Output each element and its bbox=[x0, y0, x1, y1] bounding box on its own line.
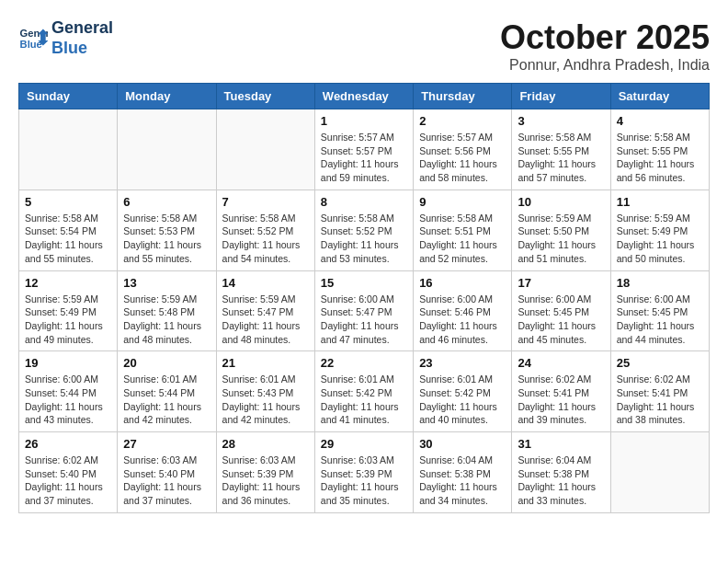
day-number: 19 bbox=[25, 356, 111, 370]
info-line: Sunrise: 6:01 AM bbox=[123, 373, 210, 386]
logo: General Blue General Blue bbox=[18, 18, 113, 58]
info-line: Sunrise: 6:00 AM bbox=[419, 293, 506, 306]
day-number: 31 bbox=[518, 437, 604, 451]
col-monday: Monday bbox=[118, 84, 216, 109]
calendar-cell: 12Sunrise: 5:59 AMSunset: 5:49 PMDayligh… bbox=[19, 270, 118, 351]
info-line: Daylight: 11 hours and 37 minutes. bbox=[123, 480, 210, 507]
cell-info: Sunrise: 6:00 AMSunset: 5:46 PMDaylight:… bbox=[419, 293, 506, 347]
title-section: October 2025 Ponnur, Andhra Pradesh, Ind… bbox=[500, 18, 710, 74]
calendar-cell: 6Sunrise: 5:58 AMSunset: 5:53 PMDaylight… bbox=[118, 190, 216, 270]
calendar-cell: 17Sunrise: 6:00 AMSunset: 5:45 PMDayligh… bbox=[512, 270, 610, 351]
cell-info: Sunrise: 6:04 AMSunset: 5:38 PMDaylight:… bbox=[419, 454, 506, 508]
col-tuesday: Tuesday bbox=[216, 84, 314, 109]
calendar-cell: 7Sunrise: 5:58 AMSunset: 5:52 PMDaylight… bbox=[216, 190, 314, 270]
info-line: Sunset: 5:51 PM bbox=[419, 224, 506, 238]
info-line: Sunrise: 5:59 AM bbox=[25, 293, 111, 306]
calendar-cell: 21Sunrise: 6:01 AMSunset: 5:43 PMDayligh… bbox=[216, 351, 314, 432]
calendar-cell: 5Sunrise: 5:58 AMSunset: 5:54 PMDaylight… bbox=[19, 190, 118, 270]
cell-info: Sunrise: 6:00 AMSunset: 5:45 PMDaylight:… bbox=[617, 293, 703, 347]
info-line: Daylight: 11 hours and 36 minutes. bbox=[222, 480, 309, 507]
info-line: Sunrise: 6:01 AM bbox=[222, 373, 309, 386]
cell-info: Sunrise: 6:01 AMSunset: 5:43 PMDaylight:… bbox=[222, 373, 309, 427]
info-line: Daylight: 11 hours and 53 minutes. bbox=[321, 238, 407, 265]
info-line: Sunset: 5:41 PM bbox=[518, 386, 604, 400]
info-line: Sunrise: 6:00 AM bbox=[518, 293, 604, 306]
info-line: Sunset: 5:52 PM bbox=[321, 224, 407, 238]
calendar-cell bbox=[216, 109, 314, 190]
calendar-cell: 14Sunrise: 5:59 AMSunset: 5:47 PMDayligh… bbox=[216, 270, 314, 351]
calendar-cell: 10Sunrise: 5:59 AMSunset: 5:50 PMDayligh… bbox=[512, 190, 610, 270]
info-line: Sunset: 5:45 PM bbox=[518, 305, 604, 319]
day-number: 29 bbox=[321, 437, 407, 451]
day-number: 12 bbox=[25, 276, 111, 290]
day-number: 7 bbox=[222, 195, 309, 209]
cell-info: Sunrise: 5:58 AMSunset: 5:55 PMDaylight:… bbox=[617, 131, 703, 185]
col-sunday: Sunday bbox=[19, 84, 118, 109]
info-line: Sunset: 5:57 PM bbox=[321, 144, 407, 158]
info-line: Daylight: 11 hours and 45 minutes. bbox=[518, 319, 604, 346]
info-line: Sunrise: 5:59 AM bbox=[518, 212, 604, 225]
info-line: Sunset: 5:38 PM bbox=[419, 467, 506, 481]
calendar-cell: 13Sunrise: 5:59 AMSunset: 5:48 PMDayligh… bbox=[118, 270, 216, 351]
info-line: Sunset: 5:41 PM bbox=[617, 386, 703, 400]
cell-info: Sunrise: 6:01 AMSunset: 5:42 PMDaylight:… bbox=[419, 373, 506, 427]
calendar-cell: 11Sunrise: 5:59 AMSunset: 5:49 PMDayligh… bbox=[610, 190, 709, 270]
info-line: Daylight: 11 hours and 48 minutes. bbox=[123, 319, 210, 346]
info-line: Sunset: 5:47 PM bbox=[222, 305, 309, 319]
info-line: Daylight: 11 hours and 48 minutes. bbox=[222, 319, 309, 346]
info-line: Sunrise: 5:58 AM bbox=[518, 131, 604, 144]
cell-info: Sunrise: 6:02 AMSunset: 5:41 PMDaylight:… bbox=[617, 373, 703, 427]
cell-info: Sunrise: 5:59 AMSunset: 5:49 PMDaylight:… bbox=[617, 212, 703, 266]
info-line: Daylight: 11 hours and 35 minutes. bbox=[321, 480, 407, 507]
cell-info: Sunrise: 5:57 AMSunset: 5:57 PMDaylight:… bbox=[321, 131, 407, 185]
info-line: Sunrise: 6:00 AM bbox=[25, 373, 111, 386]
info-line: Sunset: 5:44 PM bbox=[123, 386, 210, 400]
day-number: 2 bbox=[419, 114, 506, 128]
day-number: 26 bbox=[25, 437, 111, 451]
info-line: Sunrise: 5:58 AM bbox=[321, 212, 407, 225]
calendar-table: Sunday Monday Tuesday Wednesday Thursday… bbox=[18, 83, 710, 513]
col-friday: Friday bbox=[512, 84, 610, 109]
day-number: 28 bbox=[222, 437, 309, 451]
day-number: 24 bbox=[518, 356, 604, 370]
info-line: Sunrise: 5:59 AM bbox=[617, 212, 703, 225]
info-line: Sunset: 5:42 PM bbox=[321, 386, 407, 400]
day-number: 25 bbox=[617, 356, 703, 370]
day-number: 16 bbox=[419, 276, 506, 290]
day-number: 9 bbox=[419, 195, 506, 209]
info-line: Daylight: 11 hours and 55 minutes. bbox=[123, 238, 210, 265]
info-line: Sunrise: 6:00 AM bbox=[617, 293, 703, 306]
svg-text:Blue: Blue bbox=[20, 38, 42, 49]
cell-info: Sunrise: 6:03 AMSunset: 5:40 PMDaylight:… bbox=[123, 454, 210, 508]
day-number: 22 bbox=[321, 356, 407, 370]
logo-icon: General Blue bbox=[18, 24, 48, 53]
col-wednesday: Wednesday bbox=[314, 84, 413, 109]
info-line: Sunrise: 5:59 AM bbox=[222, 293, 309, 306]
calendar-cell: 28Sunrise: 6:03 AMSunset: 5:39 PMDayligh… bbox=[216, 432, 314, 513]
info-line: Sunset: 5:54 PM bbox=[25, 224, 111, 238]
info-line: Daylight: 11 hours and 55 minutes. bbox=[25, 238, 111, 265]
info-line: Daylight: 11 hours and 57 minutes. bbox=[518, 157, 604, 184]
calendar-cell: 20Sunrise: 6:01 AMSunset: 5:44 PMDayligh… bbox=[118, 351, 216, 432]
cell-info: Sunrise: 6:01 AMSunset: 5:42 PMDaylight:… bbox=[321, 373, 407, 427]
info-line: Daylight: 11 hours and 59 minutes. bbox=[321, 157, 407, 184]
info-line: Sunset: 5:45 PM bbox=[617, 305, 703, 319]
calendar-cell: 31Sunrise: 6:04 AMSunset: 5:38 PMDayligh… bbox=[512, 432, 610, 513]
cell-info: Sunrise: 5:59 AMSunset: 5:47 PMDaylight:… bbox=[222, 293, 309, 347]
cell-info: Sunrise: 6:03 AMSunset: 5:39 PMDaylight:… bbox=[222, 454, 309, 508]
day-number: 5 bbox=[25, 195, 111, 209]
calendar-cell: 30Sunrise: 6:04 AMSunset: 5:38 PMDayligh… bbox=[414, 432, 512, 513]
info-line: Sunset: 5:44 PM bbox=[25, 386, 111, 400]
calendar-cell: 1Sunrise: 5:57 AMSunset: 5:57 PMDaylight… bbox=[314, 109, 413, 190]
location-title: Ponnur, Andhra Pradesh, India bbox=[500, 57, 710, 74]
day-number: 11 bbox=[617, 195, 703, 209]
info-line: Daylight: 11 hours and 56 minutes. bbox=[617, 157, 703, 184]
info-line: Sunrise: 6:02 AM bbox=[518, 373, 604, 386]
day-number: 14 bbox=[222, 276, 309, 290]
calendar-cell: 19Sunrise: 6:00 AMSunset: 5:44 PMDayligh… bbox=[19, 351, 118, 432]
page-header: General Blue General Blue October 2025 P… bbox=[18, 18, 710, 74]
cell-info: Sunrise: 5:58 AMSunset: 5:52 PMDaylight:… bbox=[321, 212, 407, 266]
info-line: Daylight: 11 hours and 41 minutes. bbox=[321, 400, 407, 427]
info-line: Daylight: 11 hours and 50 minutes. bbox=[617, 238, 703, 265]
info-line: Sunrise: 6:01 AM bbox=[321, 373, 407, 386]
